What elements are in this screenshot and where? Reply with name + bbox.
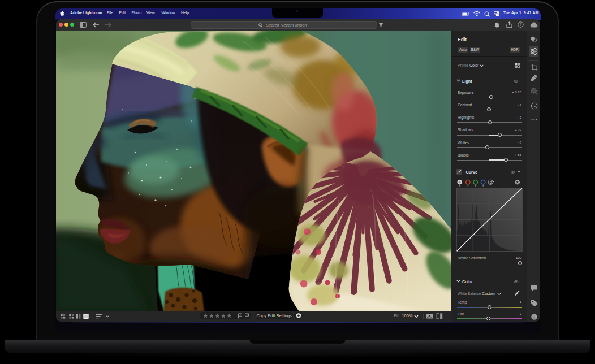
svg-text:?: ? (519, 23, 521, 27)
